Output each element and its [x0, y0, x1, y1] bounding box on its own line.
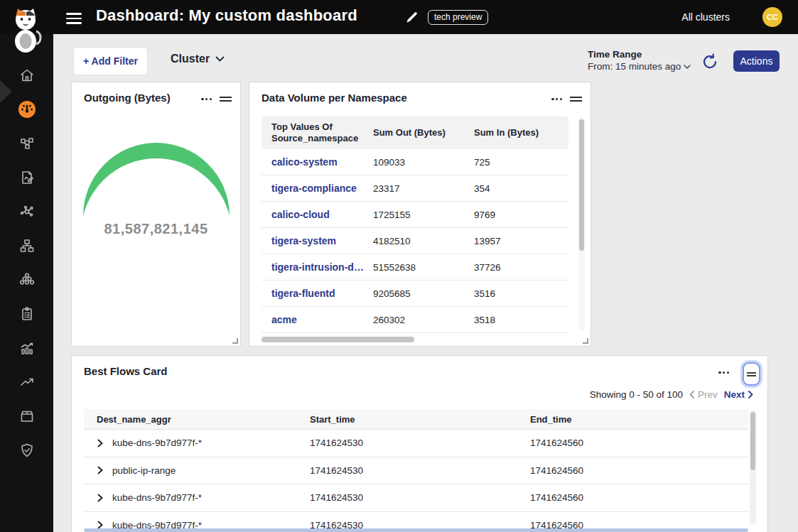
card-menu-icon[interactable] — [717, 369, 730, 376]
sidebar-item-connections[interactable] — [17, 202, 37, 222]
trend-arrow-icon — [18, 374, 36, 391]
table-row: tigera-fluentd 9205685 3516 — [261, 281, 568, 307]
card-title: Data Volume per Namespace — [261, 92, 407, 104]
refresh-icon[interactable] — [701, 53, 719, 71]
namespace-link[interactable]: calico-cloud — [271, 209, 330, 220]
sidebar-item-policies[interactable] — [17, 304, 37, 324]
sidebar-item-statistics[interactable] — [17, 338, 37, 358]
namespace-link[interactable]: acme — [271, 314, 297, 325]
chevron-left-icon — [689, 391, 694, 398]
sum-in-value: 13957 — [464, 236, 568, 246]
sidebar-item-home[interactable] — [17, 65, 37, 85]
card-resize-handle[interactable] — [232, 338, 238, 344]
gauge-arc — [78, 141, 234, 219]
column-header: Sum Out (Bytes) — [363, 123, 464, 143]
sitemap-icon — [18, 237, 36, 254]
card-title: Outgoing (Bytes) — [84, 92, 171, 104]
sum-out-value: 23317 — [363, 183, 464, 194]
vertical-scrollbar[interactable] — [750, 411, 756, 524]
time-range-label: Time Range — [588, 49, 691, 60]
time-range-control[interactable]: Time Range From: 15 minutes ago — [588, 49, 691, 72]
hamburger-menu-icon[interactable] — [66, 10, 82, 24]
sum-out-value: 9205685 — [363, 288, 464, 299]
sum-out-value: 109033 — [363, 157, 464, 168]
horizontal-scrollbar[interactable] — [84, 528, 748, 532]
dest-name: kube-dns-9b7d977f-* — [112, 438, 202, 448]
cluster-scope-selector[interactable]: All clusters — [681, 11, 730, 23]
sidebar — [0, 0, 53, 532]
service-graph-icon — [18, 135, 36, 152]
table-row: tigera-system 4182510 13957 — [261, 228, 568, 254]
user-avatar[interactable]: CC — [762, 7, 782, 27]
namespace-link[interactable]: tigera-fluentd — [271, 288, 335, 299]
share-network-icon — [18, 203, 36, 220]
actions-button[interactable]: Actions — [733, 50, 780, 72]
vertical-scrollbar[interactable] — [578, 118, 585, 331]
namespace-link[interactable]: calico-system — [271, 156, 338, 168]
pagination-status: Showing 0 - 50 of 100 — [590, 389, 683, 400]
card-drag-handle-icon[interactable] — [220, 97, 232, 102]
sidebar-item-dashboards[interactable] — [17, 99, 37, 119]
pagination: Showing 0 - 50 of 100 Prev Next — [590, 389, 753, 400]
bubbles-cluster-icon — [18, 271, 36, 288]
data-volume-card: Data Volume per Namespace Top Values Of … — [249, 82, 591, 347]
row-expand-chevron-icon[interactable] — [97, 466, 104, 474]
prev-page-button[interactable]: Prev — [689, 389, 718, 400]
calico-cat-logo[interactable] — [9, 6, 43, 54]
shield-check-icon — [18, 442, 36, 459]
namespace-link[interactable]: tigera-compliance — [271, 183, 357, 194]
column-header: Top Values Of Source_namespace — [261, 117, 358, 149]
column-header: Dest_name_aggr — [84, 414, 297, 425]
column-header: End_time — [517, 414, 748, 425]
report-edit-icon — [18, 169, 36, 186]
next-page-button[interactable]: Next — [724, 389, 753, 400]
row-expand-chevron-icon[interactable] — [97, 494, 104, 502]
sidebar-item-service-graph[interactable] — [17, 134, 37, 153]
column-header: Start_time — [297, 414, 517, 425]
table-row: calico-cloud 1725155 9769 — [261, 202, 568, 228]
table-row: tigera-compliance 23317 354 — [261, 175, 568, 202]
tech-preview-badge: tech preview — [428, 10, 488, 25]
sidebar-item-trends[interactable] — [17, 372, 37, 392]
sum-out-value: 260302 — [363, 315, 464, 325]
table-row: kube-dns-9b7d977f-* 1741624530 174162456… — [84, 430, 748, 457]
namespace-link[interactable]: tigera-intrusion-d… — [271, 261, 363, 273]
card-drag-handle-icon[interactable] — [743, 362, 760, 386]
sum-in-value: 37726 — [464, 262, 568, 273]
row-expand-chevron-icon[interactable] — [97, 439, 104, 447]
sidebar-item-network[interactable] — [17, 236, 37, 256]
sum-out-value: 1725155 — [363, 210, 464, 220]
table-row: public-ip-range 1741624530 1741624560 — [84, 457, 748, 485]
outgoing-bytes-card: Outgoing (Bytes) 81,587,821,145 — [71, 82, 241, 347]
start-time: 1741624530 — [297, 492, 517, 503]
namespace-link[interactable]: tigera-system — [271, 235, 336, 246]
horizontal-scrollbar[interactable] — [261, 337, 568, 342]
cluster-filter-dropdown[interactable]: Cluster — [171, 53, 225, 65]
box-icon — [18, 408, 36, 425]
card-menu-icon[interactable] — [550, 95, 564, 103]
card-menu-icon[interactable] — [200, 95, 213, 103]
sidebar-notch — [0, 80, 12, 102]
time-range-value: From: 15 minutes ago — [588, 61, 681, 72]
sum-in-value: 725 — [464, 157, 568, 168]
card-resize-handle[interactable] — [583, 338, 588, 344]
chart-stats-icon — [18, 340, 36, 357]
sidebar-item-reports[interactable] — [17, 168, 37, 188]
add-filter-button[interactable]: + Add Filter — [73, 47, 148, 75]
card-title: Best Flows Card — [84, 365, 168, 377]
page-title: Dashboard: My custom dashboard — [96, 6, 357, 25]
best-flows-table-header: Dest_name_aggr Start_time End_time — [84, 409, 748, 430]
edit-pencil-icon[interactable] — [405, 10, 419, 24]
sidebar-item-security[interactable] — [17, 440, 37, 460]
home-icon — [18, 67, 36, 84]
app-root: Dashboard: My custom dashboard tech prev… — [0, 0, 798, 532]
end-time: 1741624560 — [517, 465, 748, 476]
namespace-table: Top Values Of Source_namespace Sum Out (… — [261, 116, 568, 333]
dest-name: public-ip-range — [112, 465, 176, 476]
card-drag-handle-icon[interactable] — [570, 97, 582, 102]
namespace-table-header: Top Values Of Source_namespace Sum Out (… — [261, 116, 568, 149]
sum-in-value: 3516 — [464, 288, 568, 299]
table-row: acme 260302 3518 — [261, 307, 568, 333]
sidebar-item-packages[interactable] — [17, 406, 37, 426]
sidebar-item-workloads[interactable] — [17, 270, 37, 290]
